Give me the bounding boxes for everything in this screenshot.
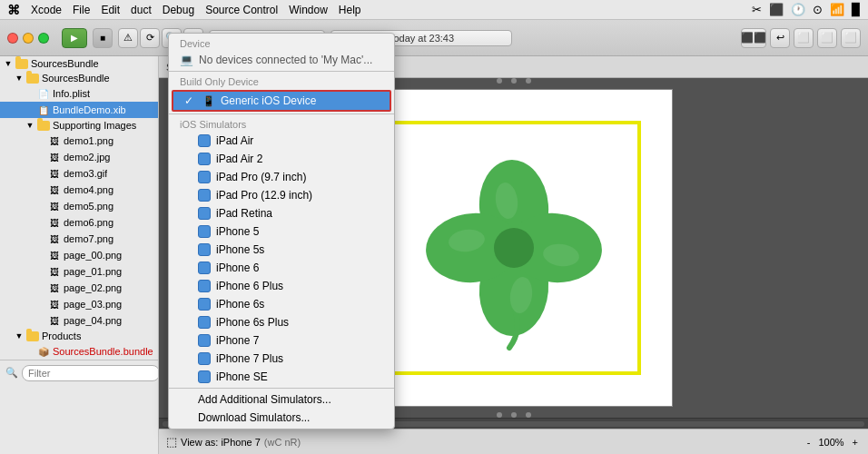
sidebar-label-page04: page_04.png — [64, 315, 122, 326]
png-icon-6: 🖼 — [48, 249, 61, 262]
sidebar-item-demo2[interactable]: 🖼 demo2.jpg — [0, 149, 158, 165]
dropdown-item-iphone-6-plus[interactable]: iPhone 6 Plus — [169, 277, 394, 295]
menubar-file[interactable]: File — [73, 4, 90, 16]
sidebar-item-sources-bundle-bundle[interactable]: 📦 SourcesBundle.bundle — [0, 343, 158, 360]
xib-icon: 📋 — [37, 104, 50, 116]
dropdown-item-iphone-6[interactable]: iPhone 6 — [169, 259, 394, 277]
toolbar-btn-1[interactable]: ⚠ — [118, 28, 138, 48]
layout-btn-5[interactable]: ⬜ — [841, 28, 861, 48]
sidebar-item-bundle-demo-xib[interactable]: 📋 BundleDemo.xib — [0, 102, 158, 118]
sidebar-search-input[interactable] — [22, 365, 159, 381]
sidebar-item-page04[interactable]: 🖼 page_04.png — [0, 312, 158, 329]
menubar-right: ✂ ⬛ 🕐 ⊙ 📶 ▉ — [752, 3, 861, 16]
sidebar-item-demo5[interactable]: 🖼 demo5.png — [0, 198, 158, 214]
dropdown-item-ipad-air[interactable]: iPad Air — [169, 132, 394, 150]
zoom-in-button[interactable]: + — [850, 437, 861, 448]
bottom-bar: ⬚ View as: iPhone 7 (wC nR) - 100% + — [159, 429, 868, 454]
dropdown-item-iphone-7-plus[interactable]: iPhone 7 Plus — [169, 350, 394, 368]
png-icon: 🖼 — [48, 134, 61, 147]
sidebar-item-demo6[interactable]: 🖼 demo6.png — [0, 214, 158, 231]
dropdown-item-download-simulators[interactable]: Download Simulators... — [169, 409, 394, 427]
png-icon-2: 🖼 — [48, 183, 61, 196]
apple-menu-icon[interactable]: ⌘ — [7, 3, 20, 17]
run-button[interactable]: ▶ — [62, 28, 87, 48]
layout-btn-1[interactable]: ⬛⬛ — [741, 28, 766, 48]
dropdown-label-iphone-6s-plus: iPhone 6s Plus — [216, 316, 289, 329]
sidebar-item-sources-bundle-root[interactable]: ▼ SourcesBundle — [0, 56, 158, 71]
sidebar-item-products[interactable]: ▼ Products — [0, 329, 158, 343]
traffic-lights — [7, 33, 49, 44]
svg-point-4 — [494, 228, 534, 268]
dropdown-item-ipad-air-2[interactable]: iPad Air 2 — [169, 150, 394, 168]
dropdown-label-iphone-6s: iPhone 6s — [216, 298, 264, 311]
dropdown-item-iphone-6s[interactable]: iPhone 6s — [169, 295, 394, 313]
sidebar-label-page00: page_00.png — [64, 250, 122, 261]
close-window-button[interactable] — [7, 33, 18, 44]
sidebar-item-sources-bundle[interactable]: ▼ SourcesBundle — [0, 71, 158, 85]
zoom-out-button[interactable]: - — [804, 437, 814, 448]
dropdown-label-iphone-7: iPhone 7 — [216, 334, 259, 347]
layout-btn-2[interactable]: ↩ — [770, 28, 790, 48]
disclosure-icon: ▼ — [15, 331, 24, 340]
iphone-icon-4 — [198, 280, 211, 292]
dropdown-item-ipad-retina[interactable]: iPad Retina — [169, 204, 394, 222]
sidebar-label-sources-bundle-bundle: SourcesBundle.bundle — [53, 346, 153, 357]
sidebar-scroll[interactable]: ▼ SourcesBundle ▼ SourcesBundle 📄 Info.p… — [0, 56, 158, 360]
dropdown-item-iphone-5[interactable]: iPhone 5 — [169, 222, 394, 241]
dropdown-label-iphone-6: iPhone 6 — [216, 262, 259, 274]
maximize-window-button[interactable] — [38, 33, 49, 44]
ipad-icon-3 — [198, 171, 211, 183]
dropdown-item-iphone-6s-plus[interactable]: iPhone 6s Plus — [169, 313, 394, 331]
sidebar-item-page03[interactable]: 🖼 page_03.png — [0, 296, 158, 312]
menubar: ⌘ Xcode File Edit duct Debug Source Cont… — [0, 0, 868, 20]
bundle-icon: 📦 — [37, 345, 50, 358]
canvas-handles-top — [497, 78, 531, 84]
sidebar-item-page02[interactable]: 🖼 page_02.png — [0, 280, 158, 296]
dropdown-label-generic-ios: Generic iOS Device — [221, 94, 316, 107]
sidebar-item-demo7[interactable]: 🖼 demo7.png — [0, 231, 158, 247]
canvas-content — [356, 90, 672, 406]
dropdown-label-iphone-se: iPhone SE — [216, 370, 268, 383]
sidebar-item-page01[interactable]: 🖼 page_01.png — [0, 263, 158, 280]
sidebar-item-demo1[interactable]: 🖼 demo1.png — [0, 133, 158, 149]
toolbar: ▶ ■ ⚠ ⟳ 🔍 ⬚ 📱 BundleDemo ▲ | ▼ Today at … — [0, 20, 868, 56]
dropdown-separator-2 — [169, 114, 394, 114]
toolbar-btn-2[interactable]: ⟳ — [140, 28, 160, 48]
menubar-debug[interactable]: Debug — [163, 4, 194, 16]
sidebar-search-bar: 🔍 ⊕ — [0, 360, 158, 385]
dropdown-item-ipad-pro-129[interactable]: iPad Pro (12.9 inch) — [169, 186, 394, 204]
menubar-xcode[interactable]: Xcode — [31, 4, 62, 16]
disclosure-icon: ▼ — [25, 121, 35, 130]
dropdown-item-iphone-7[interactable]: iPhone 7 — [169, 331, 394, 350]
sidebar-item-demo3[interactable]: 🖼 demo3.gif — [0, 165, 158, 182]
clock-icon: 🕐 — [791, 3, 805, 16]
disclosure-icon: ▼ — [4, 59, 13, 68]
view-as-detail: (wC nR) — [264, 437, 301, 448]
sidebar-item-info-plist[interactable]: 📄 Info.plist — [0, 85, 158, 102]
dropdown-item-add-simulators[interactable]: Add Additional Simulators... — [169, 390, 394, 409]
dropdown-item-iphone-se[interactable]: iPhone SE — [169, 368, 394, 386]
sidebar-item-page00[interactable]: 🖼 page_00.png — [0, 247, 158, 263]
iphone-icon-5 — [198, 298, 211, 311]
sidebar-label-products: Products — [42, 331, 81, 341]
layout-btn-4[interactable]: ⬜ — [817, 28, 837, 48]
layout-btn-3[interactable]: ⬜ — [794, 28, 814, 48]
menubar-window[interactable]: Window — [289, 4, 328, 16]
handle-dot — [497, 78, 502, 84]
bottom-bar-left: ⬚ View as: iPhone 7 (wC nR) — [166, 435, 301, 449]
menubar-source-control[interactable]: Source Control — [205, 4, 278, 16]
dropdown-item-iphone-5s[interactable]: iPhone 5s — [169, 241, 394, 259]
dropdown-item-ipad-pro-97[interactable]: iPad Pro (9.7 inch) — [169, 168, 394, 186]
dropdown-item-generic-ios[interactable]: ✓ 📱 Generic iOS Device — [173, 92, 390, 110]
png-icon-3: 🖼 — [48, 200, 61, 212]
menubar-help[interactable]: Help — [339, 4, 361, 16]
minimize-window-button[interactable] — [23, 33, 34, 44]
dropdown-separator-3 — [169, 388, 394, 389]
menubar-product[interactable]: duct — [131, 4, 152, 16]
sidebar-item-demo4[interactable]: 🖼 demo4.png — [0, 182, 158, 198]
ipad-icon-4 — [198, 189, 211, 202]
sidebar-item-supporting-images[interactable]: ▼ Supporting Images — [0, 118, 158, 133]
menubar-edit[interactable]: Edit — [101, 4, 120, 16]
stop-button[interactable]: ■ — [93, 28, 113, 48]
mac-icon: 💻 — [180, 54, 193, 66]
